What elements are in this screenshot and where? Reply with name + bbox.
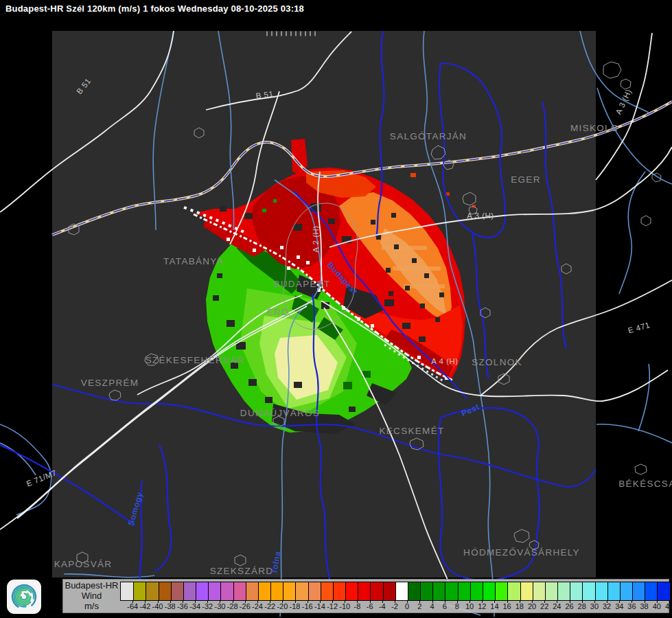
legend-swatch	[582, 582, 594, 600]
legend-swatch	[495, 582, 507, 600]
radar-map: SALGÓTARJÁNMISKOLCEGERTATABÁNYASZÉKESFEH…	[0, 0, 672, 618]
city-label: HÓDMEZŐVÁSÁRHELY	[463, 547, 580, 558]
legend-swatch	[295, 582, 308, 600]
legend-swatch	[258, 582, 270, 600]
legend-swatch	[370, 582, 382, 600]
legend-swatch	[545, 582, 557, 600]
legend-tick-labels: -64-42-40-38-36-34-32-30-28-26-24-22-20-…	[120, 600, 671, 611]
legend-colorbar	[120, 582, 671, 601]
city-label: ÉRD	[267, 307, 289, 317]
city-label: KAPOSVÁR	[54, 559, 113, 569]
legend-swatch	[220, 582, 233, 600]
city-label: KECSKEMÉT	[380, 426, 445, 436]
legend-swatch	[557, 582, 570, 600]
legend-swatch	[458, 582, 470, 600]
legend-swatch	[632, 582, 645, 600]
legend-swatch	[121, 582, 133, 600]
legend-swatch	[395, 582, 408, 600]
legend-swatch	[520, 582, 533, 600]
legend-swatch	[383, 582, 395, 600]
legend-swatch	[183, 582, 196, 600]
legend-swatch	[196, 582, 208, 600]
legend-swatch	[233, 582, 246, 600]
legend-panel: Budapest-HR Wind m/s -64-42-40-38-36-34-…	[62, 579, 669, 613]
legend-swatch	[133, 582, 146, 600]
legend-swatch	[408, 582, 420, 600]
legend-swatch	[171, 582, 183, 600]
legend-swatch	[533, 582, 545, 600]
legend-swatch	[358, 582, 370, 600]
legend-swatch	[146, 582, 158, 600]
legend-swatch	[208, 582, 220, 600]
city-label: VESZPRÉM	[81, 378, 139, 388]
radar-title: Budapest-HR Szél 120km (m/s) 1 fokos Wed…	[5, 3, 304, 14]
legend-swatch	[345, 582, 358, 600]
road-label: A 2 (H)	[312, 225, 320, 252]
legend-swatch	[570, 582, 582, 600]
legend-swatch	[645, 582, 657, 600]
legend-swatch	[483, 582, 495, 600]
legend-swatch	[270, 582, 283, 600]
legend-field-label: Wind	[63, 591, 120, 601]
spiral-logo-icon	[7, 580, 41, 614]
radar-app-window: SALGÓTARJÁNMISKOLCEGERTATABÁNYASZÉKESFEH…	[0, 0, 672, 618]
legend-tick-label: 42	[662, 602, 672, 610]
city-label: SZOLNOK	[472, 357, 522, 367]
legend-swatch	[321, 582, 333, 600]
road-label: A 3 (H)	[467, 211, 494, 220]
legend-swatch	[283, 582, 295, 600]
app-logo	[7, 580, 41, 614]
legend-caption: Budapest-HR Wind m/s	[63, 580, 120, 611]
legend-swatch	[507, 582, 520, 600]
legend-swatch	[432, 582, 445, 600]
city-label: SZÉKESFEHÉRVÁR	[146, 355, 245, 365]
city-label: BÉKÉSCSAB	[618, 479, 672, 489]
city-label: DUNAÚJVÁROS	[240, 408, 320, 418]
legend-swatch	[657, 582, 669, 600]
city-label: EGER	[511, 174, 540, 185]
city-label: SALGÓTARJÁN	[390, 131, 467, 141]
legend-swatch	[445, 582, 457, 600]
legend-swatch	[595, 582, 607, 600]
city-label: SZEKSZÁRD	[210, 566, 274, 576]
legend-swatch	[470, 582, 483, 600]
legend-swatch	[420, 582, 432, 600]
city-label: MISKOLC	[570, 123, 618, 133]
legend-swatch	[620, 582, 632, 600]
city-label: TATABÁNYA	[163, 256, 224, 266]
legend-unit-label: m/s	[63, 601, 120, 611]
city-label: BUDAPEST	[273, 279, 330, 289]
legend-swatch	[333, 582, 345, 600]
legend-swatch	[308, 582, 321, 600]
legend-swatch	[607, 582, 620, 600]
legend-product-label: Budapest-HR	[63, 580, 120, 591]
legend-swatch	[159, 582, 171, 600]
legend-swatch	[246, 582, 258, 600]
road-label: A 4 (H)	[431, 357, 458, 365]
